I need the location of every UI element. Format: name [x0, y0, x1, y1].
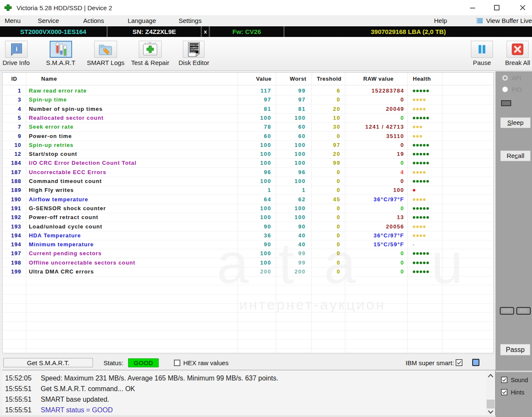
svg-text:0001: 0001: [190, 51, 196, 54]
svg-text:i: i: [15, 45, 17, 52]
